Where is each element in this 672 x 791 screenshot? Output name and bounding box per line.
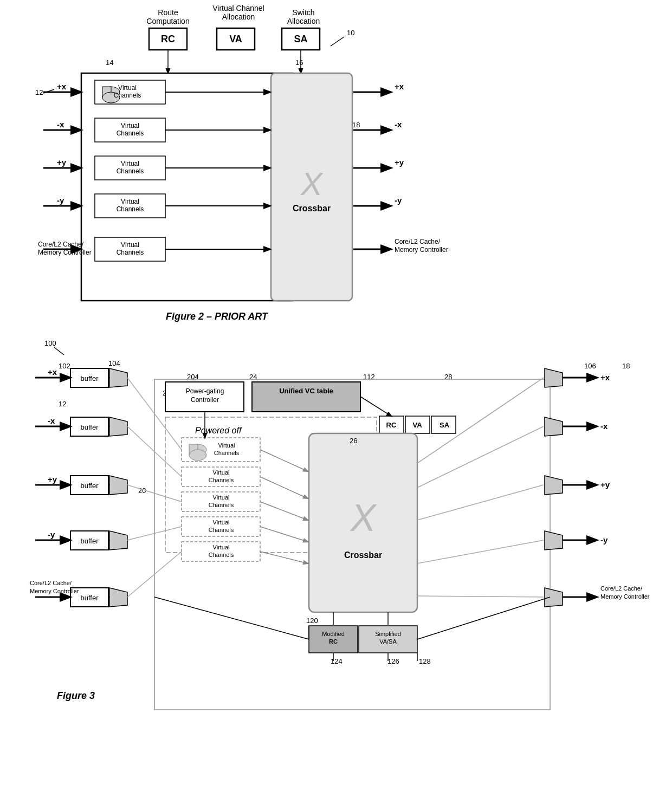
svg-text:Route: Route — [158, 8, 178, 17]
svg-text:124: 124 — [331, 657, 343, 665]
svg-marker-106 — [109, 588, 127, 607]
svg-text:-x: -x — [600, 422, 608, 431]
svg-text:106: 106 — [584, 362, 596, 370]
svg-marker-163 — [545, 368, 563, 387]
svg-text:Core/L2 Cache/: Core/L2 Cache/ — [395, 238, 441, 245]
svg-marker-102 — [109, 368, 127, 387]
svg-text:VA: VA — [229, 34, 242, 44]
svg-marker-105 — [109, 531, 127, 550]
svg-text:Core/L2 Cache/: Core/L2 Cache/ — [30, 580, 72, 586]
svg-text:104: 104 — [108, 359, 120, 367]
svg-text:+y: +y — [600, 480, 610, 489]
svg-text:Virtual: Virtual — [121, 160, 139, 167]
svg-text:-x: -x — [57, 120, 64, 129]
svg-text:128: 128 — [419, 657, 431, 665]
svg-text:Virtual: Virtual — [118, 84, 137, 92]
svg-text:RC: RC — [329, 638, 338, 645]
svg-text:Memory Controller: Memory Controller — [600, 593, 650, 600]
svg-line-73 — [54, 347, 64, 355]
svg-text:Virtual Channel: Virtual Channel — [212, 4, 264, 12]
svg-text:204: 204 — [187, 373, 199, 381]
svg-text:102: 102 — [59, 362, 70, 370]
svg-text:Unified VC table: Unified VC table — [279, 387, 333, 395]
svg-text:18: 18 — [352, 121, 360, 129]
svg-text:Core/L2 Cache/: Core/L2 Cache/ — [38, 241, 84, 248]
svg-text:120: 120 — [306, 617, 318, 625]
svg-text:Figure 2 – PRIOR ART: Figure 2 – PRIOR ART — [166, 311, 269, 322]
svg-text:X: X — [300, 166, 324, 202]
svg-text:126: 126 — [387, 657, 399, 665]
svg-marker-167 — [545, 588, 563, 607]
svg-text:Allocation: Allocation — [287, 17, 320, 25]
svg-text:buffer: buffer — [80, 374, 99, 382]
svg-text:-y: -y — [48, 530, 55, 539]
svg-text:+x: +x — [600, 373, 610, 382]
svg-text:Virtual: Virtual — [213, 544, 230, 550]
svg-text:Virtual: Virtual — [121, 122, 139, 129]
svg-text:24: 24 — [249, 373, 257, 381]
svg-text:Channels: Channels — [209, 502, 234, 508]
svg-text:12: 12 — [35, 88, 43, 96]
svg-text:SA: SA — [440, 421, 450, 429]
svg-text:+x: +x — [57, 82, 67, 91]
svg-text:+x: +x — [395, 82, 404, 91]
svg-text:112: 112 — [363, 373, 375, 381]
svg-line-13 — [331, 37, 344, 46]
svg-text:Virtual: Virtual — [213, 519, 230, 526]
svg-text:buffer: buffer — [80, 423, 99, 431]
svg-marker-164 — [545, 417, 563, 436]
svg-text:28: 28 — [444, 373, 452, 381]
svg-text:14: 14 — [106, 59, 113, 67]
svg-text:-x: -x — [395, 120, 402, 129]
svg-text:+y: +y — [395, 158, 404, 167]
svg-text:buffer: buffer — [80, 537, 99, 545]
diagram-container: Route Computation Virtual Channel Alloca… — [0, 0, 672, 791]
svg-text:RC: RC — [386, 421, 397, 429]
svg-text:VA: VA — [412, 421, 422, 429]
svg-text:12: 12 — [59, 400, 66, 408]
svg-text:+x: +x — [48, 367, 57, 377]
svg-text:18: 18 — [622, 362, 630, 370]
svg-text:Channels: Channels — [117, 205, 144, 213]
svg-marker-165 — [545, 476, 563, 495]
svg-marker-104 — [109, 476, 127, 495]
svg-text:Channels: Channels — [114, 92, 141, 99]
svg-text:+y: +y — [57, 158, 67, 167]
svg-text:Virtual: Virtual — [218, 442, 235, 449]
svg-text:Virtual: Virtual — [213, 469, 230, 476]
svg-text:Channels: Channels — [117, 249, 144, 256]
svg-text:Channels: Channels — [209, 527, 234, 533]
svg-text:VA/SA: VA/SA — [379, 638, 397, 645]
svg-text:-y: -y — [57, 196, 64, 205]
svg-text:Allocation: Allocation — [222, 12, 255, 21]
svg-text:26: 26 — [350, 437, 357, 445]
svg-text:Controller: Controller — [191, 396, 219, 404]
svg-text:Channels: Channels — [117, 129, 144, 137]
svg-text:Channels: Channels — [214, 450, 240, 456]
svg-text:Virtual: Virtual — [121, 241, 139, 249]
svg-text:Channels: Channels — [117, 167, 144, 175]
svg-text:Modified: Modified — [322, 631, 345, 637]
svg-text:buffer: buffer — [80, 482, 99, 490]
svg-text:Computation: Computation — [146, 17, 189, 25]
svg-text:Channels: Channels — [209, 477, 234, 483]
svg-text:X: X — [350, 497, 377, 539]
svg-text:100: 100 — [44, 339, 56, 347]
svg-text:16: 16 — [295, 59, 303, 67]
svg-text:Memory Controller: Memory Controller — [395, 246, 448, 254]
svg-text:SA: SA — [294, 34, 307, 44]
svg-text:Figure 3: Figure 3 — [57, 690, 95, 701]
svg-text:buffer: buffer — [80, 594, 99, 602]
svg-text:Switch: Switch — [292, 8, 314, 17]
svg-text:Channels: Channels — [209, 552, 234, 558]
svg-text:Core/L2 Cache/: Core/L2 Cache/ — [600, 585, 643, 592]
svg-text:Powered off: Powered off — [195, 426, 242, 435]
svg-text:RC: RC — [161, 34, 175, 44]
svg-text:Power-gating: Power-gating — [186, 387, 224, 395]
svg-text:-y: -y — [600, 535, 608, 544]
svg-marker-103 — [109, 417, 127, 436]
svg-text:Simplified: Simplified — [375, 631, 401, 637]
svg-text:Memory Controller: Memory Controller — [30, 588, 79, 594]
svg-text:-x: -x — [48, 416, 55, 425]
svg-marker-166 — [545, 531, 563, 550]
